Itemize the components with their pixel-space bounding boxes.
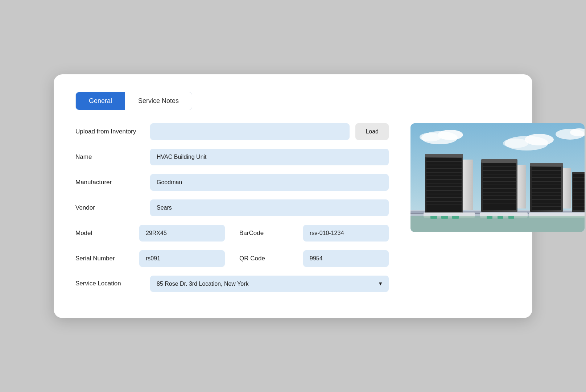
model-input[interactable]	[139, 225, 225, 242]
vendor-label: Vendor	[75, 204, 144, 211]
name-input[interactable]	[150, 149, 389, 165]
main-layout: Upload from Inventory Load Name Manufact…	[75, 123, 511, 301]
model-label: Model	[75, 230, 133, 237]
serial-col: Serial Number	[75, 250, 225, 267]
vendor-input[interactable]	[150, 199, 389, 216]
main-card: General Service Notes Upload from Invent…	[54, 74, 532, 318]
barcode-label: BarCode	[239, 230, 297, 237]
model-barcode-row: Model BarCode	[75, 225, 389, 242]
serial-label: Serial Number	[75, 255, 133, 262]
serial-input[interactable]	[139, 250, 225, 267]
name-row: Name	[75, 149, 389, 165]
svg-rect-45	[517, 165, 526, 209]
manufacturer-row: Manufacturer	[75, 174, 389, 191]
form-section: Upload from Inventory Load Name Manufact…	[75, 123, 389, 301]
barcode-col: BarCode	[239, 225, 389, 242]
load-button[interactable]: Load	[355, 123, 389, 140]
svg-rect-44	[481, 159, 517, 163]
svg-point-2	[438, 130, 463, 140]
service-location-row: Service Location 85 Rose Dr. 3rd Locatio…	[75, 276, 389, 292]
tab-general[interactable]: General	[76, 92, 125, 110]
svg-rect-80	[498, 216, 503, 219]
upload-input[interactable]	[150, 123, 350, 140]
svg-rect-29	[463, 160, 473, 210]
service-location-wrapper: 85 Rose Dr. 3rd Location, New York100 Ma…	[150, 276, 389, 292]
svg-rect-81	[508, 216, 514, 219]
svg-point-6	[503, 139, 528, 148]
service-location-select[interactable]: 85 Rose Dr. 3rd Location, New York100 Ma…	[150, 276, 389, 292]
qrcode-label: QR Code	[239, 255, 297, 262]
qrcode-col: QR Code	[239, 250, 389, 267]
image-section	[410, 123, 585, 232]
tab-bar: General Service Notes	[75, 92, 192, 110]
svg-rect-61	[563, 168, 571, 209]
svg-rect-76	[430, 216, 437, 219]
model-col: Model	[75, 225, 225, 242]
upload-label: Upload from Inventory	[75, 128, 144, 135]
svg-point-5	[525, 134, 554, 145]
name-label: Name	[75, 153, 144, 161]
serial-qrcode-row: Serial Number QR Code	[75, 250, 389, 267]
svg-point-3	[420, 133, 441, 141]
upload-row: Upload from Inventory Load	[75, 123, 389, 140]
service-location-label: Service Location	[75, 280, 144, 287]
svg-rect-64	[573, 174, 585, 210]
svg-rect-28	[425, 154, 463, 157]
tab-service-notes[interactable]: Service Notes	[125, 92, 192, 110]
manufacturer-label: Manufacturer	[75, 179, 144, 186]
barcode-input[interactable]	[303, 225, 389, 242]
qrcode-input[interactable]	[303, 250, 389, 267]
svg-rect-78	[452, 216, 459, 219]
svg-rect-79	[487, 216, 492, 219]
svg-rect-14	[426, 158, 462, 212]
vendor-row: Vendor	[75, 199, 389, 216]
svg-rect-77	[441, 216, 448, 219]
svg-rect-60	[530, 163, 563, 166]
manufacturer-input[interactable]	[150, 174, 389, 191]
hvac-image	[410, 123, 585, 232]
